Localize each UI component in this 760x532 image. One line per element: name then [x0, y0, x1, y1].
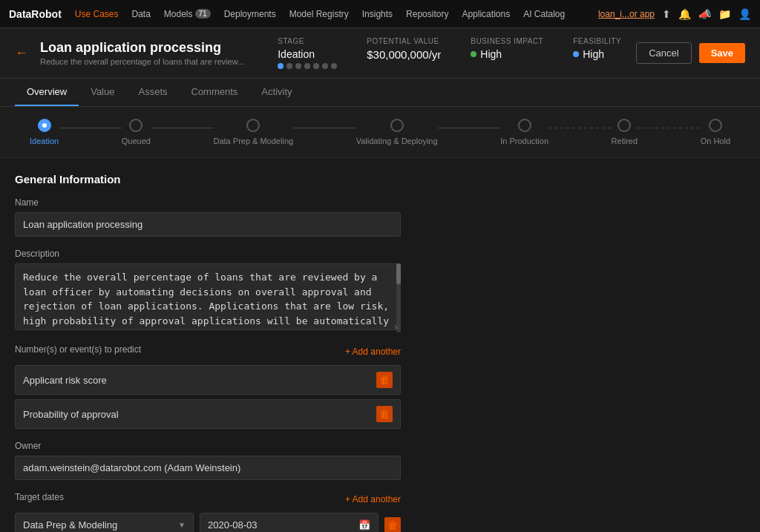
cancel-button[interactable]: Cancel — [636, 42, 691, 64]
stage-label: STAGE — [278, 37, 337, 45]
nav-user-link[interactable]: loan_i...or app — [598, 9, 655, 19]
step-label-in-production: In Production — [500, 137, 548, 145]
nav-deployments[interactable]: Deployments — [218, 0, 282, 28]
owner-input[interactable] — [15, 456, 401, 480]
business-impact-label: BUSINESS IMPACT — [471, 37, 543, 45]
target-dates-label: Target dates — [15, 492, 64, 502]
tab-assets[interactable]: Assets — [126, 79, 179, 106]
nav-use-cases[interactable]: Use Cases — [69, 0, 125, 28]
resize-handle[interactable]: ⤡ — [393, 323, 399, 331]
step-label-queued: Queued — [122, 137, 151, 145]
folder-icon[interactable]: 📁 — [718, 8, 731, 20]
feasibility-label: FEASIBILITY — [573, 37, 621, 45]
delete-date-0[interactable]: 🗑 — [384, 517, 401, 533]
header-title-section: Loan application processing Reduce the o… — [40, 40, 255, 66]
business-impact-badge: High — [471, 48, 543, 60]
step-circle-on-hold — [709, 119, 722, 132]
tab-activity[interactable]: Activity — [249, 79, 304, 106]
stage-dot-2 — [286, 63, 292, 69]
step-circle-validating — [390, 119, 404, 132]
step-ideation[interactable]: Ideation — [30, 119, 59, 145]
name-input[interactable] — [15, 212, 401, 237]
add-date-button[interactable]: + Add another — [345, 494, 401, 505]
feasibility-value: High — [583, 48, 604, 60]
step-circle-queued — [129, 119, 142, 132]
business-impact-meta: BUSINESS IMPACT High — [471, 37, 543, 60]
description-textarea[interactable] — [15, 263, 401, 330]
step-validating[interactable]: Validating & Deploying — [356, 119, 438, 145]
logo-data: Data — [9, 8, 31, 20]
nav-applications[interactable]: Applications — [456, 0, 516, 28]
owner-group: Owner — [15, 441, 401, 480]
nav-data[interactable]: Data — [125, 0, 156, 28]
nav-links: Use Cases Data Models 71 Deployments Mod… — [69, 0, 598, 28]
calendar-icon-0[interactable]: 📅 — [358, 519, 370, 531]
tabs: Overview Value Assets Comments Activity — [0, 79, 760, 107]
step-in-production[interactable]: In Production — [500, 119, 548, 145]
logo[interactable]: DataRobot — [9, 8, 62, 20]
description-wrapper: ⤡ — [15, 263, 401, 332]
stage-dot-7 — [331, 63, 337, 69]
nav-insights[interactable]: Insights — [356, 0, 399, 28]
feasibility-meta: FEASIBILITY High — [573, 37, 621, 60]
stage-dots — [278, 63, 337, 69]
stage-dot-3 — [295, 63, 301, 69]
name-group: Name — [15, 197, 401, 237]
page-subtitle: Reduce the overall percentage of loans t… — [40, 57, 255, 66]
date-stage-select-0[interactable]: Data Prep & Modeling ▼ — [15, 513, 194, 532]
back-button[interactable]: ← — [15, 45, 28, 61]
megaphone-icon[interactable]: 📣 — [698, 8, 711, 20]
logo-robot: Robot — [31, 8, 61, 20]
scrollbar-thumb — [396, 263, 401, 284]
top-nav: DataRobot Use Cases Data Models 71 Deplo… — [0, 0, 760, 28]
owner-label: Owner — [15, 441, 401, 451]
save-button[interactable]: Save — [699, 43, 745, 63]
connector-4 — [438, 128, 501, 128]
nav-ai-catalog[interactable]: AI Catalog — [517, 0, 571, 28]
nav-repository[interactable]: Repository — [400, 0, 454, 28]
tab-overview[interactable]: Overview — [15, 79, 79, 106]
progress-bar: Ideation Queued Data Prep & Modeling Val… — [0, 107, 760, 158]
header-meta: STAGE Ideation POTENTIAL VALUE $30,000,0… — [278, 37, 621, 69]
predict-item-text-1: Probability of approval — [23, 409, 376, 420]
feasibility-dot — [573, 51, 579, 57]
description-group: Description ⤡ — [15, 249, 401, 332]
name-label: Name — [15, 197, 401, 208]
step-label-data-prep: Data Prep & Modeling — [214, 137, 294, 145]
delete-predict-0[interactable]: 🗑 — [376, 372, 393, 388]
predict-header-row: Number(s) or event(s) to predict + Add a… — [15, 344, 401, 359]
connector-1 — [59, 128, 122, 128]
nav-right: loan_i...or app ⬆ 🔔 📣 📁 👤 — [598, 8, 751, 20]
predict-label: Number(s) or event(s) to predict — [15, 344, 141, 355]
step-retired[interactable]: Retired — [612, 119, 638, 145]
tab-value[interactable]: Value — [79, 79, 126, 106]
feasibility-badge: High — [573, 48, 621, 60]
nav-models[interactable]: Models 71 — [158, 0, 217, 28]
connector-3 — [293, 128, 356, 128]
step-queued[interactable]: Queued — [122, 119, 151, 145]
step-label-retired: Retired — [612, 137, 638, 145]
user-icon[interactable]: 👤 — [738, 8, 751, 20]
stage-dot-5 — [313, 63, 319, 69]
main-content: General Information Name Description ⤡ N… — [0, 158, 416, 532]
step-data-prep[interactable]: Data Prep & Modeling — [214, 119, 294, 145]
add-predict-button[interactable]: + Add another — [345, 347, 401, 357]
steps-container: Ideation Queued Data Prep & Modeling Val… — [30, 119, 730, 145]
page-title: Loan application processing — [40, 40, 255, 56]
step-label-on-hold: On Hold — [701, 137, 730, 145]
connector-5 — [548, 128, 612, 128]
nav-model-registry[interactable]: Model Registry — [284, 0, 355, 28]
predict-item-text-0: Applicant risk score — [23, 375, 376, 386]
tab-comments[interactable]: Comments — [180, 79, 250, 106]
delete-predict-1[interactable]: 🗑 — [376, 406, 393, 422]
stage-dot-6 — [322, 63, 328, 69]
predict-item-0: Applicant risk score 🗑 — [15, 365, 401, 395]
share-icon[interactable]: ⬆ — [662, 8, 671, 20]
business-impact-dot — [471, 51, 476, 57]
predict-group: Number(s) or event(s) to predict + Add a… — [15, 344, 401, 429]
step-circle-ideation — [38, 119, 51, 132]
bell-icon[interactable]: 🔔 — [678, 8, 691, 20]
date-input-0[interactable]: 2020-08-03 📅 — [200, 513, 379, 532]
header-bar: ← Loan application processing Reduce the… — [0, 28, 760, 79]
step-on-hold[interactable]: On Hold — [701, 119, 730, 145]
